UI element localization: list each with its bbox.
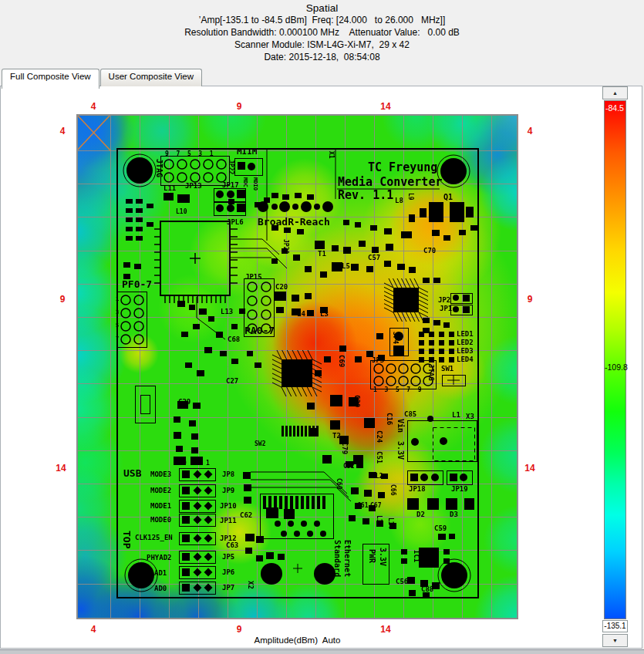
header-rbw-att: Resolution Bandwidth: 0.000100 MHz Atten…	[0, 26, 644, 39]
axis-label-left-9: 9	[52, 294, 72, 305]
spatial-heatmap-view[interactable]	[76, 114, 518, 619]
axis-label-left-14: 14	[51, 463, 71, 474]
axis-label-right-14: 14	[520, 463, 540, 474]
axis-label-bottom-9: 9	[229, 624, 249, 635]
view-tabs: Full Composite View User Composite View	[2, 69, 203, 86]
page-title: Spatial	[0, 0, 644, 14]
colorbar-down-button[interactable]: ▼	[602, 634, 628, 647]
tab-user-composite-view[interactable]: User Composite View	[100, 69, 202, 86]
up-arrow-icon: ▲	[612, 90, 618, 96]
header: Spatial ʼAmp[-135.1 to -84.5 dBm] Freq: …	[0, 0, 644, 63]
axis-label-left-4: 4	[52, 126, 72, 137]
axis-label-right-9: 9	[520, 294, 540, 305]
tab-full-composite-view[interactable]: Full Composite View	[2, 69, 99, 89]
axis-label-top-9: 9	[229, 101, 249, 112]
colorbar-max-label: -84.5	[605, 103, 624, 113]
colorbar-mid-label: -109.8	[605, 362, 628, 372]
colorbar-gradient	[604, 100, 626, 619]
header-date: Date: 2015-12-18, 08:54:08	[0, 51, 644, 63]
axis-label-top-4: 4	[83, 101, 103, 112]
down-arrow-icon: ▼	[612, 638, 618, 643]
colorbar-up-button[interactable]: ▲	[602, 86, 628, 99]
axis-label-bottom-14: 14	[376, 624, 396, 635]
axis-label-top-14: 14	[376, 101, 396, 112]
bottom-resize-strip	[0, 649, 644, 654]
axis-label-bottom-4: 4	[83, 624, 103, 635]
colorbar-min-label: -135.1	[602, 620, 628, 632]
axis-label-right-4: 4	[520, 126, 540, 137]
header-scanner-module: Scanner Module: ISM-L4G-Xi-M7, 29 x 42	[0, 39, 644, 51]
amplitude-axis-label: Amplitude(dBm) Auto	[76, 635, 518, 645]
header-amp-freq: ʼAmp[-135.1 to -84.5 dBm] Freq: [24.000 …	[0, 14, 644, 26]
